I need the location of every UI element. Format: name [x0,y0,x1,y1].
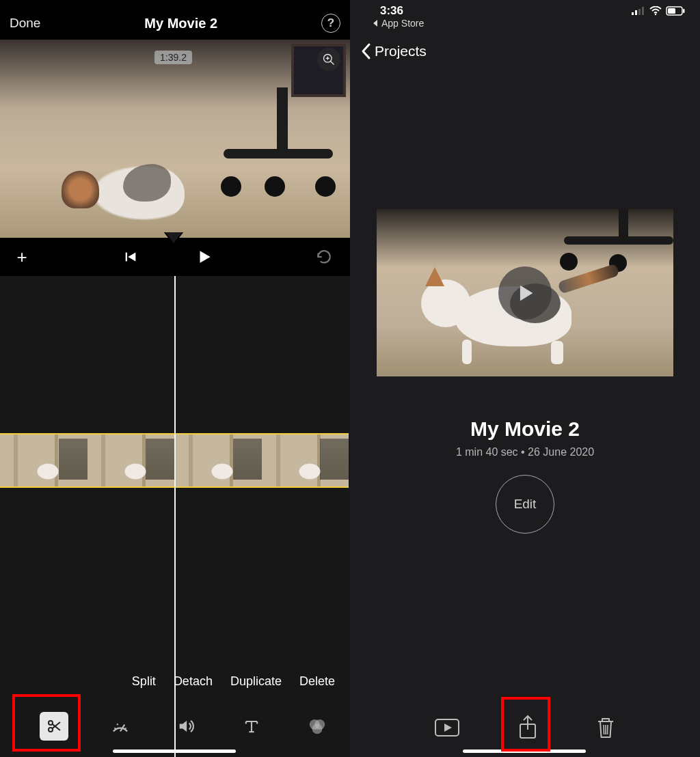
home-indicator[interactable] [113,749,236,753]
skip-back-icon [123,249,138,264]
titles-tab[interactable] [238,717,265,736]
speed-tab[interactable] [107,716,134,737]
undo-icon [314,248,332,266]
svg-rect-16 [632,12,634,15]
svg-line-29 [608,725,608,734]
edit-button[interactable]: Edit [496,475,554,534]
play-overlay-button[interactable] [498,266,552,320]
project-thumbnail[interactable] [377,209,673,376]
zoom-button[interactable] [317,48,340,71]
wifi-icon [649,6,662,16]
undo-button[interactable] [314,248,339,266]
cellular-icon [632,7,645,15]
svg-line-1 [331,61,334,65]
play-icon [513,281,537,305]
volume-icon [176,717,196,736]
svg-rect-23 [668,8,675,14]
annotation-highlight [501,697,550,752]
inspector-tool-tabs [0,712,350,741]
back-app-label: App Store [381,18,424,29]
projects-header: Projects [350,34,700,72]
play-rect-icon [434,718,460,737]
status-time: 3:36 [380,4,403,18]
playhead-time: 1:39.2 [154,51,192,64]
delete-button[interactable]: Delete [299,674,335,689]
status-indicators [632,6,685,16]
svg-line-27 [604,725,604,734]
filters-icon [307,716,327,737]
help-button[interactable]: ? [321,14,340,33]
svg-line-10 [114,728,116,729]
magnify-plus-icon [322,53,336,66]
actions-tab[interactable] [40,712,68,741]
project-detail: My Movie 2 1 min 40 sec • 26 June 2020 E… [350,72,700,757]
detach-button[interactable]: Detach [174,674,213,689]
status-bar: 3:36 [350,0,700,18]
svg-rect-17 [635,10,637,15]
projects-pane: 3:36 App Store [350,0,700,757]
svg-rect-18 [638,9,641,15]
volume-tab[interactable] [172,717,200,736]
svg-line-12 [124,728,126,729]
project-name: My Movie 2 [470,417,580,441]
project-title: My Movie 2 [144,16,217,31]
preview-subject [82,161,185,225]
split-button[interactable]: Split [132,674,156,689]
back-to-app-button[interactable]: App Store [350,18,700,34]
timeline[interactable]: Split Detach Duplicate Delete [0,276,350,757]
project-meta: 1 min 40 sec • 26 June 2020 [456,446,594,458]
editor-header: Done My Movie 2 ? [0,0,350,40]
scissors-icon [46,718,62,734]
svg-rect-4 [126,253,127,262]
battery-icon [666,6,685,16]
text-icon [242,717,261,736]
svg-rect-19 [642,7,644,15]
skip-to-start-button[interactable] [123,249,148,264]
add-media-button[interactable]: + [10,247,34,268]
speedometer-icon [110,716,131,737]
editor-pane: Done My Movie 2 ? 1:39.2 + [0,0,350,757]
svg-point-15 [312,724,323,734]
duplicate-button[interactable]: Duplicate [230,674,282,689]
play-icon [196,248,213,266]
filters-tab[interactable] [304,716,331,737]
play-button[interactable] [196,248,220,266]
preview-background-object [224,101,333,210]
delete-project-button[interactable] [595,716,616,739]
play-project-button[interactable] [434,718,460,737]
svg-point-20 [655,14,656,15]
playhead-marker[interactable] [164,232,183,245]
help-icon: ? [327,16,334,30]
chevron-left-icon [360,42,372,60]
video-preview[interactable]: 1:39.2 [0,40,350,238]
svg-line-11 [117,724,118,725]
clip-actions-bar: Split Detach Duplicate Delete [0,674,350,689]
done-button[interactable]: Done [10,16,40,31]
projects-title[interactable]: Projects [375,43,427,59]
transport-bar: + [0,238,350,276]
trash-icon [595,716,616,739]
triangle-left-icon [372,19,379,27]
back-button[interactable] [360,42,372,60]
svg-rect-22 [683,9,685,13]
